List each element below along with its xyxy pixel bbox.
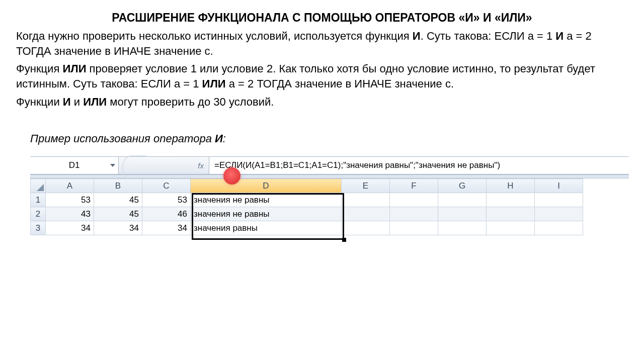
cell-E3[interactable] <box>342 221 390 235</box>
slide-title: РАСШИРЕНИЕ ФУНКЦИОНАЛА С ПОМОЩЬЮ ОПЕРАТО… <box>16 11 628 25</box>
select-all-corner[interactable] <box>31 179 46 193</box>
row-header-3[interactable]: 3 <box>31 221 46 235</box>
caption-post: : <box>223 132 226 145</box>
col-header-D[interactable]: D <box>191 179 342 193</box>
grid-wrap: ABCDEFGHI1534553значения не равны2434546… <box>30 178 629 235</box>
p1d: И <box>555 30 564 42</box>
cell-E2[interactable] <box>342 207 390 221</box>
cell-I2[interactable] <box>535 207 583 221</box>
col-header-E[interactable]: E <box>342 179 390 193</box>
caption-pre: Пример использования оператора <box>30 132 215 145</box>
p1b: И <box>413 30 421 42</box>
cell-A3[interactable]: 34 <box>46 221 94 235</box>
cell-G1[interactable] <box>438 193 487 207</box>
cell-G2[interactable] <box>438 207 487 221</box>
p3d: ИЛИ <box>83 96 107 108</box>
cell-A1[interactable]: 53 <box>46 193 94 207</box>
row-header-2[interactable]: 2 <box>31 207 46 221</box>
col-header-A[interactable]: A <box>46 179 94 193</box>
col-header-F[interactable]: F <box>390 179 438 193</box>
p1c: . Суть такова: ЕСЛИ а = 1 <box>421 30 556 42</box>
cell-I3[interactable] <box>535 221 583 235</box>
cell-B3[interactable]: 34 <box>94 221 142 235</box>
excel-screenshot: D1 fx =ЕСЛИ(И(A1=B1;B1=C1;A1=C1);"значен… <box>30 156 629 235</box>
cell-F3[interactable] <box>390 221 438 235</box>
cell-H2[interactable] <box>487 207 535 221</box>
cell-G3[interactable] <box>438 221 487 235</box>
p2b: ИЛИ <box>62 62 86 75</box>
col-header-H[interactable]: H <box>487 179 535 193</box>
spreadsheet-grid[interactable]: ABCDEFGHI1534553значения не равны2434546… <box>30 178 583 235</box>
p3c: и <box>71 96 84 108</box>
col-header-B[interactable]: B <box>94 179 142 193</box>
example-caption: Пример использования оператора И: <box>30 132 628 145</box>
cell-A2[interactable]: 43 <box>46 207 94 221</box>
p1a: Когда нужно проверить несколько истинных… <box>16 30 413 42</box>
col-header-G[interactable]: G <box>438 179 487 193</box>
cell-D2[interactable]: значения не равны <box>191 207 342 221</box>
cell-F2[interactable] <box>390 207 438 221</box>
col-header-C[interactable]: C <box>142 179 191 193</box>
p3b: И <box>63 96 71 108</box>
cell-C1[interactable]: 53 <box>142 193 191 207</box>
p3a: Функции <box>16 96 63 108</box>
selection-handle-icon[interactable] <box>342 238 346 242</box>
cell-I1[interactable] <box>535 193 583 207</box>
cell-D1[interactable]: значения не равны <box>191 193 342 207</box>
p3e: могут проверить до 30 условий. <box>107 96 274 108</box>
cell-C2[interactable]: 46 <box>142 207 191 221</box>
paragraph-and: Когда нужно проверить несколько истинных… <box>16 29 628 58</box>
fx-area: fx <box>119 157 209 174</box>
caption-b: И <box>215 132 223 145</box>
cell-E1[interactable] <box>342 193 390 207</box>
p2e: а = 2 ТОГДА значение в ИНАЧЕ значение с. <box>226 77 454 90</box>
paragraph-limit: Функции И и ИЛИ могут проверить до 30 ус… <box>16 95 628 110</box>
cell-H3[interactable] <box>487 221 535 235</box>
ribbon-divider <box>30 174 629 178</box>
cell-D3[interactable]: значения равны <box>191 221 342 235</box>
cell-H1[interactable] <box>487 193 535 207</box>
paragraph-or: Функция ИЛИ проверяет условие 1 или усло… <box>16 61 628 91</box>
name-box[interactable]: D1 <box>30 157 119 174</box>
formula-input[interactable]: =ЕСЛИ(И(A1=B1;B1=C1;A1=C1);"значения рав… <box>209 157 629 174</box>
col-header-I[interactable]: I <box>535 179 583 193</box>
cell-C3[interactable]: 34 <box>142 221 191 235</box>
row-header-1[interactable]: 1 <box>31 193 46 207</box>
dropdown-icon[interactable] <box>110 164 115 167</box>
cell-B2[interactable]: 45 <box>94 207 142 221</box>
p2a: Функция <box>16 62 62 75</box>
fx-icon[interactable]: fx <box>198 161 204 170</box>
paren-decoration <box>122 155 146 181</box>
cell-F1[interactable] <box>390 193 438 207</box>
name-box-value: D1 <box>69 160 80 170</box>
formula-bar: D1 fx =ЕСЛИ(И(A1=B1;B1=C1;A1=C1);"значен… <box>30 156 629 174</box>
p2d: ИЛИ <box>202 77 226 90</box>
cell-B1[interactable]: 45 <box>94 193 142 207</box>
